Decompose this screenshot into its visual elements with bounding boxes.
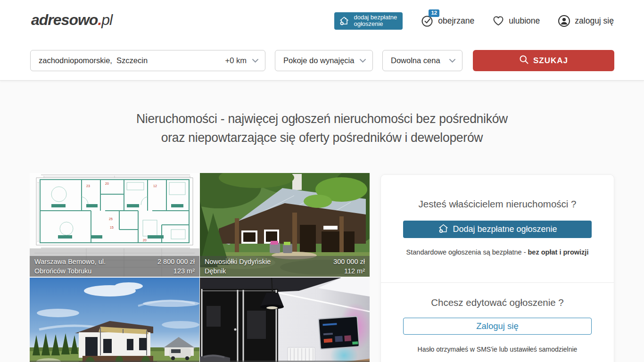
sidebar-add-listing-label: Dodaj bezpłatne ogłoszenie — [453, 224, 557, 234]
logo[interactable]: adresowo.pl — [31, 11, 112, 29]
svg-text:23: 23 — [86, 184, 90, 188]
viewed-link[interactable]: 12 obejrzane — [421, 14, 474, 27]
listing-photo-interior — [200, 278, 370, 362]
listing-card[interactable]: Nowosiółki Dydyńskie Dębnik 300 000 zł 1… — [200, 173, 370, 277]
edit-note: Hasło otrzymałeś w SMS'ie lub ustawiłeś … — [381, 346, 614, 353]
chevron-down-icon — [449, 56, 456, 65]
svg-text:15: 15 — [110, 226, 114, 229]
listing-photo-bungalow — [30, 278, 199, 362]
listing-location-line2: Obrońców Tobruku — [34, 266, 106, 276]
listing-location-line1: Nowosiółki Dydyńskie — [205, 257, 271, 266]
svg-text:25: 25 — [109, 217, 113, 221]
radius-value[interactable]: +0 km — [225, 56, 247, 65]
add-listing-button[interactable]: dodaj bezpłatne ogłoszenie — [334, 12, 403, 30]
listing-overlay: Nowosiółki Dydyńskie Dębnik 300 000 zł 1… — [200, 256, 370, 277]
price-select[interactable]: Dowolna cena — [382, 50, 462, 71]
check-circle-icon: 12 — [421, 14, 434, 27]
sidebar-login-button[interactable]: Zaloguj się — [403, 318, 592, 335]
listing-price: 2 800 000 zł — [157, 257, 195, 266]
page-title-line1: Nieruchomości - najwięcej ogłoszeń nieru… — [23, 109, 621, 128]
logo-text-suffix: pl — [101, 11, 112, 28]
sidebar-login-label: Zaloguj się — [476, 321, 518, 331]
listing-card[interactable]: 232012251520 Warszawa Bemowo, ul. Obrońc… — [30, 173, 199, 277]
heart-icon — [492, 15, 504, 27]
svg-text:12: 12 — [153, 184, 157, 188]
page-title: Nieruchomości - najwięcej ogłoszeń nieru… — [23, 109, 621, 147]
listing-area: 112 m² — [333, 266, 365, 276]
add-listing-label: dodaj bezpłatne ogłoszenie — [354, 14, 397, 28]
search-icon — [519, 55, 529, 67]
house-plus-icon — [339, 15, 350, 26]
listing-location-line2: Dębnik — [205, 266, 271, 276]
listing-card[interactable]: Dębnica, ul. Ojca Andrzeja 825 000 zł — [30, 278, 199, 362]
owner-note-bold: bez opłat i prowizji — [528, 248, 589, 256]
edit-heading: Chcesz edytować ogłoszenie ? — [381, 297, 614, 308]
panel-divider — [381, 282, 614, 283]
listings-grid: 232012251520 Warszawa Bemowo, ul. Obrońc… — [30, 173, 370, 362]
property-type-select[interactable]: Pokoje do wynajęcia — [275, 50, 373, 71]
viewed-count-badge: 12 — [429, 9, 439, 17]
svg-text:20: 20 — [105, 182, 109, 185]
page-title-line2: oraz niepowtarzające się oferty pośredni… — [23, 128, 621, 147]
user-circle-icon — [558, 15, 570, 27]
listing-price: 300 000 zł — [333, 257, 365, 266]
listing-area: 123 m² — [157, 266, 195, 276]
svg-text:20: 20 — [143, 239, 147, 242]
login-label: zaloguj się — [575, 16, 614, 26]
viewed-label: obejrzane — [438, 16, 474, 26]
header: adresowo.pl dodaj bezpłatne ogłoszenie — [0, 0, 644, 81]
owner-panel: Jesteś właścicielem nieruchomości ? Doda… — [380, 174, 614, 362]
listing-overlay: Warszawa Bemowo, ul. Obrońców Tobruku 2 … — [30, 256, 199, 277]
location-search-box[interactable]: +0 km — [30, 50, 265, 71]
header-actions: dodaj bezpłatne ogłoszenie 12 obejrzane … — [334, 12, 614, 30]
chevron-down-icon[interactable] — [252, 56, 259, 65]
house-plus-icon — [438, 222, 449, 237]
chevron-down-icon — [359, 56, 366, 65]
property-type-value: Pokoje do wynajęcia — [283, 56, 359, 65]
login-link[interactable]: zaloguj się — [558, 15, 614, 27]
sidebar-add-listing-button[interactable]: Dodaj bezpłatne ogłoszenie — [403, 221, 592, 238]
favorites-label: ulubione — [509, 16, 540, 26]
listing-location-line1: Warszawa Bemowo, ul. — [34, 257, 106, 266]
listing-card[interactable]: Gdańsk Śródmieście, ul. 549 000 zł — [200, 278, 370, 362]
search-button[interactable]: SZUKAJ — [473, 50, 614, 71]
owner-note: Standardowe ogłoszenia są bezpłatne - be… — [381, 248, 614, 256]
favorites-link[interactable]: ulubione — [492, 15, 540, 27]
logo-text-main: adresowo — [31, 11, 98, 28]
owner-heading: Jesteś właścicielem nieruchomości ? — [381, 198, 614, 210]
search-button-label: SZUKAJ — [533, 56, 568, 66]
price-value: Dowolna cena — [391, 56, 449, 65]
location-input[interactable] — [39, 56, 225, 65]
